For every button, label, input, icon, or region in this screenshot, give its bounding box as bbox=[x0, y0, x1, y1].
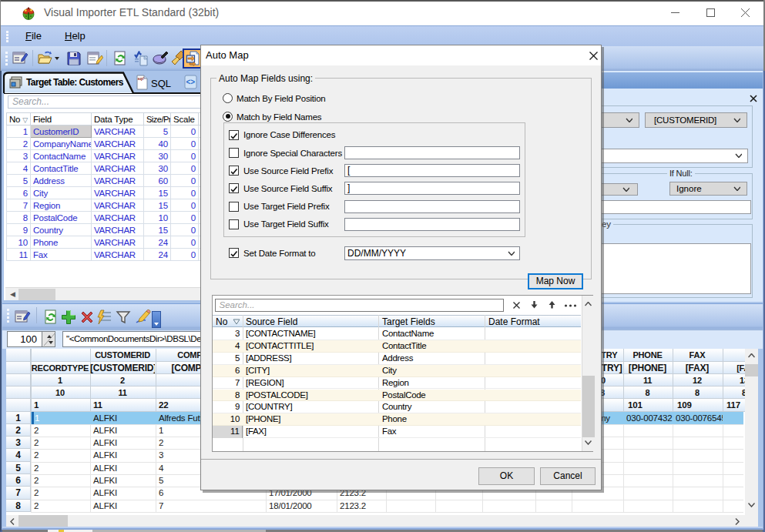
svg-text:sql: sql bbox=[138, 76, 144, 81]
svg-text:<>: <> bbox=[186, 78, 196, 86]
